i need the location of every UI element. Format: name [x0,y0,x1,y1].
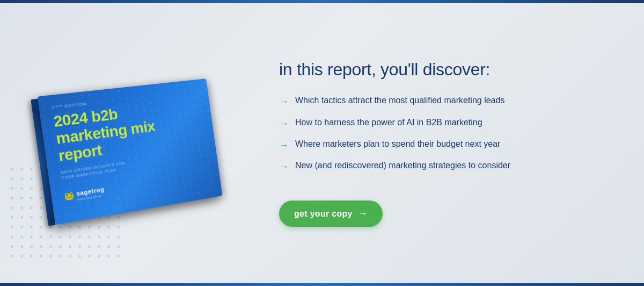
cta-button-label: get your copy [294,209,353,219]
book-container: 17ᵀᴴ EDITION 2024 b2bmarketing mixreport… [38,78,223,225]
bullet-text-1: Which tactics attract the most qualified… [295,95,504,106]
bullet-text-3: Where marketers plan to spend their budg… [295,138,500,150]
content-headline: in this report, you'll discover: [279,59,612,80]
arrow-icon-1: → [279,95,289,109]
bullet-text-2: How to harness the power of AI in B2B ma… [295,117,482,128]
bullet-item-2: → How to harness the power of AI in B2B … [279,117,612,131]
bullet-item-3: → Where marketers plan to spend their bu… [279,138,612,152]
bullet-item-4: → New (and rediscovered) marketing strat… [279,160,612,174]
book-section: 17ᵀᴴ EDITION 2024 b2bmarketing mixreport… [0,0,268,286]
arrow-icon-2: → [279,117,289,131]
get-your-copy-button[interactable]: get your copy → [279,201,383,227]
book-cover: 17ᵀᴴ EDITION 2024 b2bmarketing mixreport… [38,78,223,225]
content-section: in this report, you'll discover: → Which… [268,38,644,248]
arrow-icon-3: → [279,139,289,152]
cta-arrow-icon: → [358,208,368,219]
arrow-icon-4: → [279,160,289,174]
bullet-item-1: → Which tactics attract the most qualifi… [279,95,612,109]
bullet-text-4: New (and rediscovered) marketing strateg… [295,160,510,171]
sagefrog-frog-icon: 🐸 [64,191,75,201]
page-wrapper: // dots rendered inline via JS below 17ᵀ… [0,0,644,286]
bullet-list: → Which tactics attract the most qualifi… [279,95,612,181]
